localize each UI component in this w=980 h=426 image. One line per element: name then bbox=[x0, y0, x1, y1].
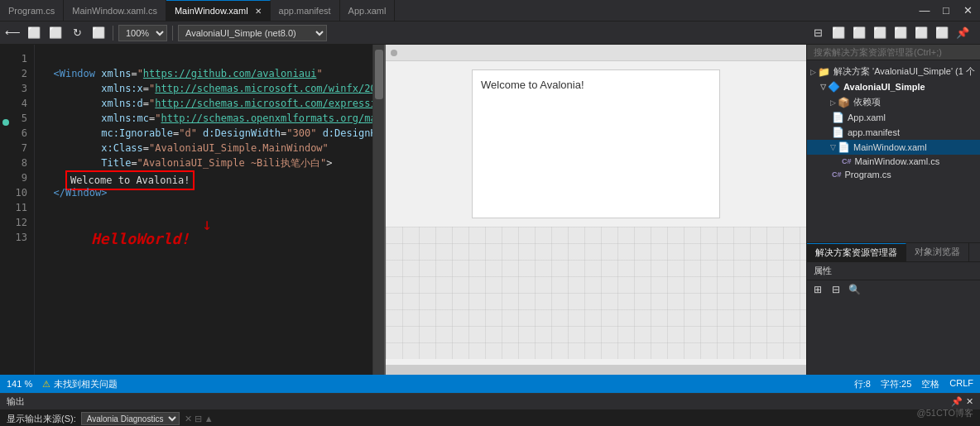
design-welcome-text: Welcome to Avalonia! bbox=[481, 79, 584, 91]
line-numbers: 1 2 3 4 5 6 7 8 9 10 11 12 13 bbox=[12, 45, 35, 375]
design-top-bar bbox=[386, 45, 806, 61]
code-line: Title="AvaloniaUI_Simple ~Bili执笔小白"> bbox=[41, 156, 372, 170]
minimize-button[interactable]: — bbox=[915, 2, 934, 20]
tree-item-app-xaml[interactable]: 📄 App.xaml bbox=[807, 110, 980, 125]
tab-mainwindow-xaml-cs[interactable]: MainWindow.xaml.cs bbox=[64, 0, 166, 21]
design-hscroll[interactable] bbox=[386, 365, 806, 375]
code-line: <Window xmlns="https://github.com/avalon… bbox=[41, 66, 372, 81]
watermark: @51CTO博客 bbox=[917, 407, 973, 419]
main-area: 1 2 3 4 5 6 7 8 9 10 11 12 13 <Window xm… bbox=[0, 45, 980, 375]
scroll-thumb[interactable] bbox=[375, 50, 383, 99]
tree-item-mainwindow-xaml[interactable]: ▽ 📄 MainWindow.xaml bbox=[807, 140, 980, 155]
code-line: xmlns:x="http://schemas.microsoft.com/wi… bbox=[41, 81, 372, 96]
tool-btn-4[interactable]: ↻ bbox=[68, 24, 86, 42]
close-tab-icon[interactable]: ✕ bbox=[255, 7, 262, 16]
code-line: </Window> bbox=[41, 185, 372, 200]
se-unpin[interactable]: 📌 bbox=[954, 24, 972, 42]
csharp-icon: C# bbox=[842, 157, 852, 165]
code-line: xmlns:d="http://schemas.microsoft.com/ex… bbox=[41, 96, 372, 111]
tab-app-manifest[interactable]: app.manifest bbox=[271, 0, 340, 21]
design-dots bbox=[391, 50, 397, 56]
output-pin-icon[interactable]: 📌 bbox=[951, 396, 963, 407]
se-tool-5[interactable]: ⬜ bbox=[891, 24, 910, 42]
tab-mainwindow-xaml[interactable]: MainWindow.xaml ✕ bbox=[166, 0, 271, 21]
left-gutter bbox=[0, 45, 12, 375]
design-dot bbox=[391, 50, 397, 56]
solution-search-input[interactable] bbox=[807, 45, 980, 60]
toolbar-separator bbox=[113, 26, 113, 41]
dep-icon: 📦 bbox=[838, 97, 850, 108]
project-icon: 🔷 bbox=[828, 81, 840, 93]
toolbar: ⟵ ⬜ ⬜ ↻ ⬜ 100% AvaloniaUI_Simple (net8.0… bbox=[0, 22, 980, 45]
file-icon: 📄 bbox=[838, 141, 850, 153]
tab-bar: Program.cs MainWindow.xaml.cs MainWindow… bbox=[0, 0, 980, 22]
tool-btn-1[interactable]: ⟵ bbox=[3, 24, 22, 42]
output-header: 输出 📌 ✕ bbox=[0, 394, 980, 410]
prop-icon-1[interactable]: ⊞ bbox=[810, 282, 825, 297]
right-panel-tabs: 解决方案资源管理器 对象浏览器 bbox=[807, 243, 980, 262]
tool-btn-2[interactable]: ⬜ bbox=[25, 24, 43, 42]
status-bar: 141 % ⚠ 未找到相关问题 行:8 字符:25 空格 CRLF bbox=[0, 375, 980, 393]
code-editor[interactable]: <Window xmlns="https://github.com/avalon… bbox=[35, 45, 372, 375]
error-status: ⚠ 未找到相关问题 bbox=[42, 378, 118, 390]
zoom-status: 141 % bbox=[7, 379, 32, 389]
csharp-icon: C# bbox=[832, 170, 842, 179]
toolbar-separator-2 bbox=[172, 26, 173, 41]
properties-toolbar: ⊞ ⊟ 🔍 bbox=[807, 280, 980, 299]
solution-tree: ▷ 📁 解决方案 'AvaloniaUI_Simple' (1 个 ▽ 🔷 Av… bbox=[807, 60, 980, 242]
se-tool-4[interactable]: ⬜ bbox=[871, 24, 889, 42]
right-panel-bottom: 解决方案资源管理器 对象浏览器 属性 ⊞ ⊟ 🔍 bbox=[807, 242, 980, 375]
right-panel: ▷ 📁 解决方案 'AvaloniaUI_Simple' (1 个 ▽ 🔷 Av… bbox=[806, 45, 980, 375]
tree-item-app-manifest[interactable]: 📄 app.manifest bbox=[807, 125, 980, 140]
code-line bbox=[41, 200, 372, 215]
tree-arrow: ▷ bbox=[830, 98, 836, 107]
tree-item-project[interactable]: ▽ 🔷 AvaloniaUI_Simple bbox=[807, 79, 980, 94]
solution-icon: 📁 bbox=[818, 66, 830, 78]
output-source-select[interactable]: Avalonia Diagnostics bbox=[81, 412, 180, 425]
se-tool-7[interactable]: ⬜ bbox=[933, 24, 951, 42]
tree-item-solution[interactable]: ▷ 📁 解决方案 'AvaloniaUI_Simple' (1 个 bbox=[807, 64, 980, 79]
editor-scrollbar[interactable] bbox=[372, 45, 384, 375]
close-window-button[interactable]: ✕ bbox=[958, 2, 977, 20]
design-window-preview: Welcome to Avalonia! bbox=[472, 69, 720, 218]
se-tool-2[interactable]: ⬜ bbox=[829, 24, 848, 42]
tab-app-xaml[interactable]: App.xaml bbox=[340, 0, 396, 21]
platform-select[interactable]: AvaloniaUI_Simple (net8.0) bbox=[178, 25, 327, 41]
status-right: 行:8 字符:25 空格 CRLF bbox=[854, 378, 973, 390]
se-tool-1[interactable]: ⊟ bbox=[809, 24, 827, 42]
tree-arrow: ▷ bbox=[810, 68, 816, 76]
tree-item-mainwindow-xaml-cs[interactable]: C# MainWindow.xaml.cs bbox=[807, 155, 980, 168]
tab-object-browser[interactable]: 对象浏览器 bbox=[906, 243, 969, 261]
output-controls: ✕ ⊟ ▲ bbox=[185, 414, 214, 424]
editor-pane: 1 2 3 4 5 6 7 8 9 10 11 12 13 <Window xm… bbox=[0, 45, 384, 375]
design-pane: Welcome to Avalonia! bbox=[384, 45, 806, 375]
prop-icon-2[interactable]: ⊟ bbox=[829, 282, 843, 297]
design-grid bbox=[386, 227, 806, 359]
output-close-icon[interactable]: ✕ bbox=[966, 396, 973, 407]
code-line-welcome: Welcome to Avalonia! bbox=[41, 170, 372, 185]
tool-btn-5[interactable]: ⬜ bbox=[89, 24, 108, 42]
output-content: 显示输出来源(S): Avalonia Diagnostics ✕ ⊟ ▲ bbox=[0, 410, 980, 426]
tree-arrow: ▽ bbox=[820, 83, 826, 91]
zoom-select[interactable]: 100% bbox=[118, 25, 167, 41]
restore-button[interactable]: □ bbox=[937, 2, 955, 20]
code-line bbox=[41, 51, 372, 66]
file-icon: 📄 bbox=[832, 112, 844, 123]
breakpoint-indicator bbox=[2, 119, 9, 126]
properties-header: 属性 bbox=[807, 262, 980, 280]
output-label: 输出 bbox=[7, 395, 25, 408]
se-tool-3[interactable]: ⬜ bbox=[850, 24, 868, 42]
se-tool-6[interactable]: ⬜ bbox=[912, 24, 930, 42]
output-panel: 输出 📌 ✕ 显示输出来源(S): Avalonia Diagnostics ✕… bbox=[0, 393, 980, 426]
warning-icon: ⚠ bbox=[42, 379, 50, 390]
tree-item-program-cs[interactable]: C# Program.cs bbox=[807, 168, 980, 181]
file-icon: 📄 bbox=[832, 127, 844, 138]
code-line: x:Class="AvaloniaUI_Simple.MainWindow" bbox=[41, 141, 372, 156]
code-line: xmlns:mc="http://schemas.openxmlformats.… bbox=[41, 111, 372, 126]
tool-btn-3[interactable]: ⬜ bbox=[46, 24, 65, 42]
design-canvas[interactable]: Welcome to Avalonia! bbox=[386, 61, 806, 365]
prop-icon-3[interactable]: 🔍 bbox=[847, 282, 862, 297]
tab-solution-explorer[interactable]: 解决方案资源管理器 bbox=[807, 243, 906, 261]
tree-item-dependencies[interactable]: ▷ 📦 依赖项 bbox=[807, 94, 980, 110]
tab-program-cs[interactable]: Program.cs bbox=[0, 0, 64, 21]
